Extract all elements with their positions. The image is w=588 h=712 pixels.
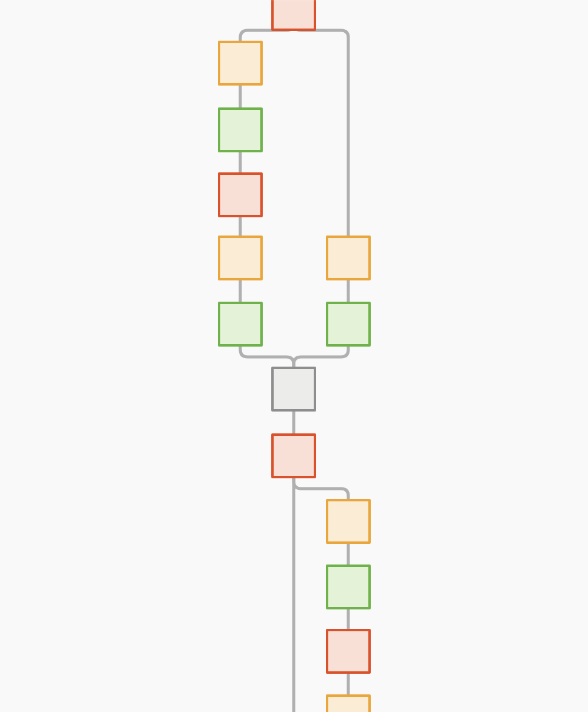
diagram-canvas — [0, 0, 588, 712]
node-n4-orange[interactable] — [218, 236, 263, 280]
node-n1-orange[interactable] — [218, 41, 263, 86]
node-n10-orange[interactable] — [326, 499, 371, 544]
node-n0-red[interactable] — [271, 0, 316, 31]
edge-e_top_split_right — [294, 20, 348, 236]
edge-e_merge_left — [240, 347, 294, 367]
edge-e_split2_right — [294, 478, 348, 499]
node-n2-green[interactable] — [218, 107, 263, 152]
node-n8-gray[interactable] — [271, 367, 316, 412]
node-n11-green[interactable] — [326, 565, 371, 609]
diagram-edges-layer — [0, 0, 588, 712]
node-n12-red[interactable] — [326, 629, 371, 674]
edge-e_merge_right — [294, 347, 348, 367]
node-n9-red[interactable] — [271, 433, 316, 478]
node-n7-green[interactable] — [326, 302, 371, 347]
node-n5-green[interactable] — [218, 302, 263, 347]
node-n6-orange[interactable] — [326, 236, 371, 280]
node-n13-orange[interactable] — [326, 694, 371, 712]
node-n3-red[interactable] — [218, 172, 263, 217]
